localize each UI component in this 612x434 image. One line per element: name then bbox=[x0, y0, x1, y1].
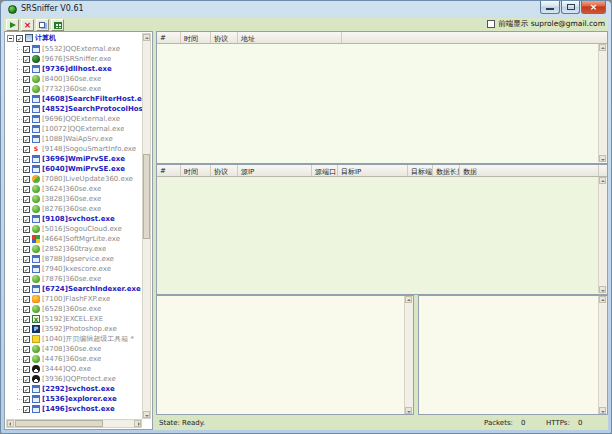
address-col-2[interactable]: 协议 bbox=[211, 32, 238, 43]
titlebar[interactable]: SRSniffer V0.61 × bbox=[1, 1, 611, 18]
process-checkbox[interactable] bbox=[23, 136, 30, 143]
process-checkbox[interactable] bbox=[23, 286, 30, 293]
process-checkbox[interactable] bbox=[23, 346, 30, 353]
tree-item[interactable]: [6040]WmiPrvSE.exe bbox=[6, 164, 142, 174]
process-checkbox[interactable] bbox=[23, 316, 30, 323]
process-checkbox[interactable] bbox=[23, 176, 30, 183]
packet-col-6[interactable]: 目标端口 bbox=[408, 165, 433, 176]
minimize-button[interactable] bbox=[540, 1, 560, 14]
address-col-0[interactable]: # bbox=[157, 32, 181, 43]
process-checkbox[interactable] bbox=[23, 326, 30, 333]
scroll-up-icon[interactable] bbox=[599, 177, 606, 184]
process-checkbox[interactable] bbox=[23, 156, 30, 163]
scroll-down-icon[interactable] bbox=[143, 411, 150, 418]
process-checkbox[interactable] bbox=[23, 336, 30, 343]
start-capture-button[interactable] bbox=[6, 19, 19, 31]
tree-item[interactable]: [7732]360se.exe bbox=[6, 84, 142, 94]
process-checkbox[interactable] bbox=[23, 276, 30, 283]
tree-item[interactable]: [10072]QQExternal.exe bbox=[6, 124, 142, 134]
tree-item[interactable]: [1088]WaiApSrv.exe bbox=[6, 134, 142, 144]
scroll-down-icon[interactable] bbox=[405, 407, 412, 414]
response-detail-scrollbar[interactable] bbox=[598, 296, 607, 414]
tree-vscroll-thumb[interactable] bbox=[143, 154, 150, 239]
packet-col-8[interactable]: 数据 bbox=[460, 165, 599, 176]
scroll-down-icon[interactable] bbox=[599, 286, 606, 293]
tree-item[interactable]: [1536]explorer.exe bbox=[6, 394, 142, 404]
tree-item[interactable]: [3444]QQ.exe bbox=[6, 364, 142, 374]
process-checkbox[interactable] bbox=[23, 166, 30, 173]
tree-item[interactable]: [9696]QQExternal.exe bbox=[6, 114, 142, 124]
process-checkbox[interactable] bbox=[23, 56, 30, 63]
tree-item[interactable]: S[9148]SogouSmartInfo.exe bbox=[6, 144, 142, 154]
tree-item[interactable]: [9676]SRSniffer.exe bbox=[6, 54, 142, 64]
tree-item[interactable]: [3624]360se.exe bbox=[6, 184, 142, 194]
tree-item[interactable]: [5016]SogouCloud.exe bbox=[6, 224, 142, 234]
packet-col-2[interactable]: 协议 bbox=[211, 165, 238, 176]
process-checkbox[interactable] bbox=[23, 106, 30, 113]
tree-item[interactable]: [2292]svchost.exe bbox=[6, 384, 142, 394]
tree-item[interactable]: [1496]svchost.exe bbox=[6, 404, 142, 414]
process-checkbox[interactable] bbox=[23, 86, 30, 93]
front-display-checkbox[interactable] bbox=[487, 20, 495, 28]
scroll-up-icon[interactable] bbox=[599, 296, 606, 303]
process-checkbox[interactable] bbox=[23, 246, 30, 253]
process-checkbox[interactable] bbox=[23, 146, 30, 153]
tree-item[interactable]: [7080]LiveUpdate360.exe bbox=[6, 174, 142, 184]
tree-item[interactable]: [6528]360se.exe bbox=[6, 304, 142, 314]
tree-item[interactable]: [1040]开贝编辑超级工具箱 * bbox=[6, 334, 142, 344]
process-checkbox[interactable] bbox=[23, 126, 30, 133]
scroll-down-icon[interactable] bbox=[599, 407, 606, 414]
scroll-right-icon[interactable] bbox=[134, 420, 141, 427]
tree-item[interactable]: [2852]360tray.exe bbox=[6, 244, 142, 254]
process-checkbox[interactable] bbox=[23, 256, 30, 263]
tree-hscroll-thumb[interactable] bbox=[15, 420, 103, 427]
tree-item[interactable]: [4664]SoftMgrLite.exe bbox=[6, 234, 142, 244]
tree-item[interactable]: P[3592]Photoshop.exe bbox=[6, 324, 142, 334]
close-button[interactable]: × bbox=[581, 1, 606, 14]
process-checkbox[interactable] bbox=[23, 406, 30, 413]
tree-item[interactable]: [5532]QQExternal.exe bbox=[6, 44, 142, 54]
export-grid-button[interactable] bbox=[51, 19, 64, 31]
packet-col-4[interactable]: 源端口 bbox=[312, 165, 338, 176]
packet-col-0[interactable]: # bbox=[157, 165, 181, 176]
process-checkbox[interactable] bbox=[23, 386, 30, 393]
address-table-scrollbar[interactable] bbox=[598, 44, 607, 162]
packet-col-1[interactable]: 时间 bbox=[181, 165, 211, 176]
tree-item[interactable]: [7100]FlashFXP.exe bbox=[6, 294, 142, 304]
process-checkbox[interactable] bbox=[23, 306, 30, 313]
request-detail-box[interactable] bbox=[156, 295, 414, 415]
process-checkbox[interactable] bbox=[23, 296, 30, 303]
scroll-down-icon[interactable] bbox=[599, 155, 606, 162]
process-checkbox[interactable] bbox=[23, 226, 30, 233]
tree-item[interactable]: [4476]360se.exe bbox=[6, 354, 142, 364]
scroll-left-icon[interactable] bbox=[7, 420, 14, 427]
address-col-3[interactable]: 地址 bbox=[238, 32, 342, 43]
tree-item[interactable]: [9108]svchost.exe bbox=[6, 214, 142, 224]
tree-item[interactable]: [3936]QQProtect.exe bbox=[6, 374, 142, 384]
process-checkbox[interactable] bbox=[23, 356, 30, 363]
tree-root[interactable]: 计算机 bbox=[5, 33, 152, 43]
root-checkbox[interactable] bbox=[16, 35, 23, 42]
process-checkbox[interactable] bbox=[23, 206, 30, 213]
process-checkbox[interactable] bbox=[23, 196, 30, 203]
tree-item[interactable]: [8788]dgservice.exe bbox=[6, 254, 142, 264]
stop-clear-button[interactable]: × bbox=[21, 19, 34, 31]
address-col-1[interactable]: 时间 bbox=[181, 32, 211, 43]
tree-item[interactable]: [4708]360se.exe bbox=[6, 344, 142, 354]
process-checkbox[interactable] bbox=[23, 46, 30, 53]
tree-item[interactable]: [9736]dllhost.exe bbox=[6, 64, 142, 74]
process-checkbox[interactable] bbox=[23, 376, 30, 383]
tree-item[interactable]: [3696]WmiPrvSE.exe bbox=[6, 154, 142, 164]
process-checkbox[interactable] bbox=[23, 266, 30, 273]
tree-item[interactable]: [3828]360se.exe bbox=[6, 194, 142, 204]
process-checkbox[interactable] bbox=[23, 96, 30, 103]
tree-item[interactable]: [4608]SearchFilterHost.exe bbox=[6, 94, 142, 104]
tree-item[interactable]: [4852]SearchProtocolHost.e bbox=[6, 104, 142, 114]
packet-col-5[interactable]: 目标IP bbox=[338, 165, 408, 176]
scroll-up-icon[interactable] bbox=[143, 34, 150, 41]
packet-table-body[interactable] bbox=[157, 177, 597, 294]
tree-item[interactable]: [8276]360se.exe bbox=[6, 204, 142, 214]
process-checkbox[interactable] bbox=[23, 366, 30, 373]
tree-vertical-scrollbar[interactable] bbox=[142, 33, 151, 419]
tree-item[interactable]: [7876]360se.exe bbox=[6, 274, 142, 284]
